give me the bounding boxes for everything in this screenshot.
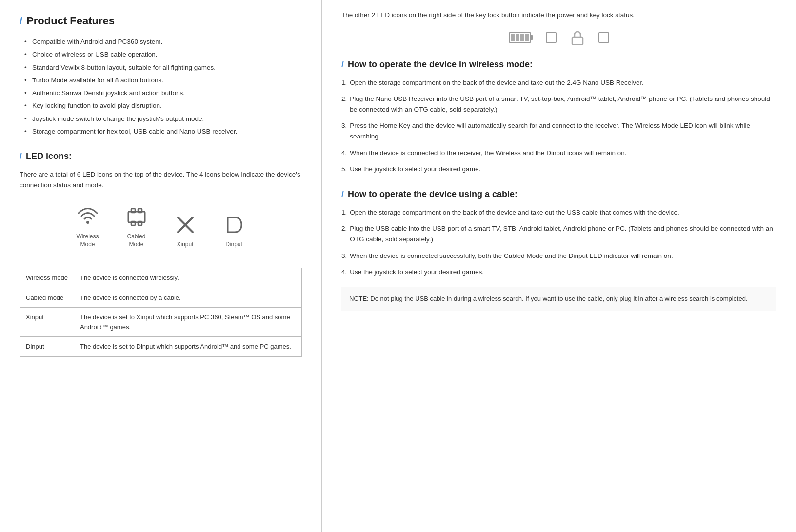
bullet-item: Turbo Mode available for all 8 action bu… — [24, 76, 302, 85]
xinput-label: Xinput — [177, 241, 193, 249]
cable-step-item: 2.Plug the USB cable into the USB port o… — [341, 223, 776, 244]
power-led-square — [546, 32, 557, 43]
right-column: The other 2 LED icons on the right side … — [322, 0, 796, 532]
step-text: Open the storage compartment on the back… — [350, 207, 679, 218]
step-number: 3. — [341, 120, 347, 141]
xinput-icon — [173, 213, 198, 237]
intro-text: The other 2 LED icons on the right side … — [341, 10, 776, 20]
svg-point-0 — [86, 221, 89, 224]
wireless-mode-label: WirelessMode — [76, 233, 99, 248]
wireless-icon — [76, 205, 100, 229]
product-features-title: Product Features — [20, 15, 302, 27]
bullet-item: Standard Vewlix 8-button layout, suitabl… — [24, 63, 302, 73]
step-text: Use the joystick to select your desired … — [350, 164, 480, 175]
lock-icon-group — [571, 30, 584, 45]
mode-description-cell: The device is connected by a cable. — [74, 288, 301, 308]
table-row: DinputThe device is set to Dinput which … — [20, 337, 302, 357]
icons-row: WirelessMode CabledMode — [20, 205, 302, 248]
step-number: 2. — [341, 94, 347, 115]
xinput-icon-item: Xinput — [173, 213, 198, 249]
bullet-item: Compatible with Android and PC360 system… — [24, 37, 302, 47]
cable-section-title: How to operate the device using a cable: — [341, 189, 776, 199]
cable-section: How to operate the device using a cable:… — [341, 189, 776, 311]
table-row: Wireless modeThe device is connected wir… — [20, 268, 302, 288]
mode-name-cell: Xinput — [20, 308, 74, 337]
bullet-item: Joystick mode switch to change the joyst… — [24, 114, 302, 124]
svg-rect-8 — [572, 37, 583, 45]
note-box: NOTE: Do not plug the USB cable in durin… — [341, 287, 776, 311]
wireless-steps-list: 1.Open the storage compartment on the ba… — [341, 78, 776, 175]
cabled-mode-label: CabledMode — [127, 233, 145, 248]
cable-step-item: 3.When the device is connected successfu… — [341, 251, 776, 261]
dinput-icon-item: Dinput — [222, 213, 246, 249]
cable-step-item: 4.Use the joystick to select your desire… — [341, 267, 776, 277]
cabled-mode-icon-item: CabledMode — [124, 205, 149, 248]
step-number: 3. — [341, 251, 347, 261]
step-number: 1. — [341, 78, 347, 88]
table-row: XinputThe device is set to Xinput which … — [20, 308, 302, 337]
dinput-icon — [222, 213, 246, 237]
wireless-section: How to operate the device in wireless mo… — [341, 59, 776, 175]
step-text: Press the Home Key and the device will a… — [350, 120, 776, 141]
cable-steps-list: 1.Open the storage compartment on the ba… — [341, 207, 776, 277]
mode-name-cell: Wireless mode — [20, 268, 74, 288]
wireless-step-item: 3.Press the Home Key and the device will… — [341, 120, 776, 141]
wireless-step-item: 2.Plug the Nano USB Receiver into the US… — [341, 94, 776, 115]
cabled-icon — [124, 205, 149, 229]
table-row: Cabled modeThe device is connected by a … — [20, 288, 302, 308]
mode-name-cell: Cabled mode — [20, 288, 74, 308]
bullet-item: Key locking function to avoid play disru… — [24, 101, 302, 111]
svg-rect-4 — [131, 221, 135, 225]
bullet-item: Choice of wireless or USB cable operatio… — [24, 50, 302, 59]
step-number: 4. — [341, 267, 347, 277]
mode-table: Wireless modeThe device is connected wir… — [20, 268, 302, 357]
note-text: NOTE: Do not plug the USB cable in durin… — [349, 295, 748, 302]
mode-description-cell: The device is set to Dinput which suppor… — [74, 337, 301, 357]
led-icons-title: LED icons: — [20, 151, 302, 161]
wireless-section-title: How to operate the device in wireless mo… — [341, 59, 776, 70]
step-number: 4. — [341, 148, 347, 158]
wireless-step-item: 4.When the device is connected to the re… — [341, 148, 776, 158]
step-number: 1. — [341, 207, 347, 218]
step-number: 2. — [341, 223, 347, 244]
lock-icon — [571, 30, 584, 45]
cable-step-item: 1.Open the storage compartment on the ba… — [341, 207, 776, 218]
battery-icon — [509, 32, 531, 43]
led-description: There are a total of 6 LED icons on the … — [20, 169, 302, 190]
product-features-list: Compatible with Android and PC360 system… — [20, 37, 302, 137]
bullet-item: Authentic Sanwa Denshi joystick and acti… — [24, 88, 302, 98]
step-number: 5. — [341, 164, 347, 175]
wireless-step-item: 5.Use the joystick to select your desire… — [341, 164, 776, 175]
step-text: Use the joystick to select your desired … — [350, 267, 484, 277]
lock-led-square — [598, 32, 609, 43]
svg-rect-1 — [128, 212, 145, 222]
wireless-mode-icon-item: WirelessMode — [76, 205, 100, 248]
step-text: When the device is connected successfull… — [350, 251, 673, 261]
mode-name-cell: Dinput — [20, 337, 74, 357]
led-icons-right — [341, 30, 776, 45]
bullet-item: Storage compartment for hex tool, USB ca… — [24, 127, 302, 137]
step-text: Open the storage compartment on the back… — [350, 78, 643, 88]
step-text: Plug the USB cable into the USB port of … — [350, 223, 776, 244]
dinput-label: Dinput — [225, 241, 242, 249]
step-text: Plug the Nano USB Receiver into the USB … — [350, 94, 776, 115]
step-text: When the device is connected to the rece… — [350, 148, 626, 158]
svg-rect-3 — [138, 209, 142, 213]
mode-description-cell: The device is connected wirelessly. — [74, 268, 301, 288]
led-section: LED icons: There are a total of 6 LED ic… — [20, 151, 302, 357]
left-column: Product Features Compatible with Android… — [0, 0, 322, 532]
battery-icon-group — [509, 32, 531, 43]
wireless-step-item: 1.Open the storage compartment on the ba… — [341, 78, 776, 88]
svg-rect-5 — [138, 221, 142, 225]
svg-rect-2 — [131, 209, 135, 213]
mode-description-cell: The device is set to Xinput which suppor… — [74, 308, 301, 337]
